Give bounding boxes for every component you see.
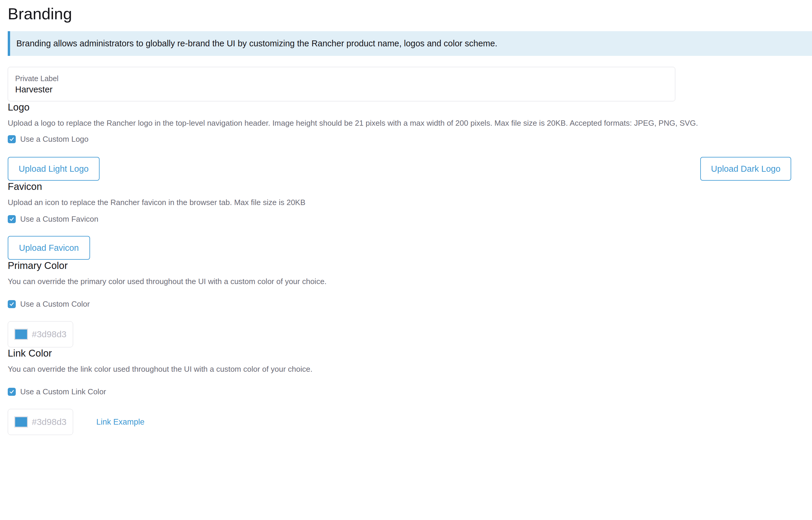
primary-color-swatch [14, 329, 28, 340]
use-custom-color-label: Use a Custom Color [20, 300, 90, 309]
use-custom-link-color-checkbox[interactable] [8, 388, 16, 396]
use-custom-color-checkbox[interactable] [8, 300, 16, 308]
use-custom-color-checkbox-row: Use a Custom Color [8, 300, 812, 308]
link-color-swatch [14, 416, 28, 427]
use-custom-favicon-label: Use a Custom Favicon [20, 214, 98, 224]
info-banner-text: Branding allows administrators to global… [16, 38, 497, 48]
logo-upload-buttons-row: Upload Light Logo Upload Dark Logo [8, 157, 791, 181]
primary-color-section-heading: Primary Color [8, 260, 812, 271]
link-example-link[interactable]: Link Example [96, 417, 145, 427]
info-banner: Branding allows administrators to global… [8, 31, 812, 56]
link-color-description: You can override the link color used thr… [8, 364, 812, 374]
use-custom-link-color-label: Use a Custom Link Color [20, 387, 106, 396]
link-color-row: #3d98d3 Link Example [8, 396, 812, 435]
primary-color-hex: #3d98d3 [32, 329, 67, 339]
checkmark-icon [9, 136, 15, 142]
private-label-label: Private Label [15, 74, 675, 83]
use-custom-logo-checkbox-row: Use a Custom Logo [8, 135, 812, 144]
link-color-picker[interactable]: #3d98d3 [8, 409, 73, 435]
primary-color-description: You can override the primary color used … [8, 276, 812, 286]
branding-settings-page: Branding Branding allows administrators … [0, 0, 812, 520]
upload-light-logo-button[interactable]: Upload Light Logo [8, 157, 100, 181]
favicon-description: Upload an icon to replace the Rancher fa… [8, 197, 812, 207]
use-custom-logo-checkbox[interactable] [8, 135, 16, 143]
use-custom-logo-label: Use a Custom Logo [20, 135, 88, 144]
private-label-input[interactable]: Private Label Harvester [8, 67, 675, 101]
logo-section-heading: Logo [8, 101, 812, 113]
private-label-value[interactable]: Harvester [15, 84, 675, 95]
checkmark-icon [9, 216, 15, 222]
link-color-section-heading: Link Color [8, 347, 812, 359]
checkmark-icon [9, 389, 15, 395]
upload-favicon-button[interactable]: Upload Favicon [8, 236, 90, 260]
checkmark-icon [9, 301, 15, 307]
favicon-section-heading: Favicon [8, 181, 812, 192]
use-custom-favicon-checkbox[interactable] [8, 215, 16, 223]
logo-description: Upload a logo to replace the Rancher log… [8, 118, 812, 128]
link-color-hex: #3d98d3 [32, 417, 67, 427]
use-custom-link-color-checkbox-row: Use a Custom Link Color [8, 387, 812, 396]
use-custom-favicon-checkbox-row: Use a Custom Favicon [8, 214, 812, 224]
page-title: Branding [8, 4, 812, 24]
primary-color-picker[interactable]: #3d98d3 [8, 321, 73, 347]
upload-dark-logo-button[interactable]: Upload Dark Logo [700, 157, 791, 181]
